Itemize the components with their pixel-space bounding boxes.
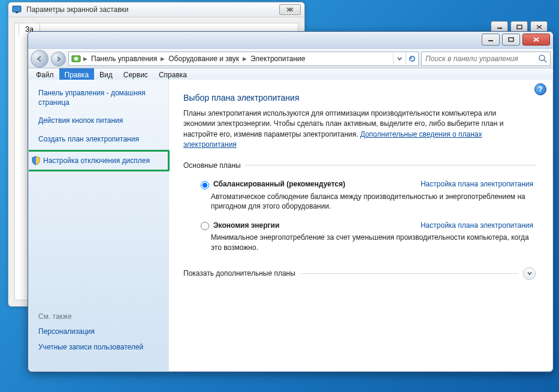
- address-dropdown-icon[interactable]: [393, 53, 406, 65]
- svg-rect-4: [13, 6, 21, 12]
- task-power-buttons[interactable]: Действия кнопок питания: [38, 116, 162, 125]
- link-user-accounts[interactable]: Учетные записи пользователей: [38, 342, 162, 352]
- plan-balanced: Сбалансированный (рекомендуется) Настрой…: [198, 179, 533, 212]
- search-box[interactable]: [421, 52, 551, 66]
- task-home[interactable]: Панель управления - домашняя страница: [38, 88, 162, 107]
- plan-balanced-label[interactable]: Сбалансированный (рекомендуется): [213, 180, 345, 188]
- search-icon: [538, 54, 548, 64]
- screensaver-close-button[interactable]: [279, 4, 301, 15]
- address-bar[interactable]: ▶ Панель управления ▶ Оборудование и зву…: [68, 52, 419, 66]
- breadcrumb-1[interactable]: Оборудование и звук: [165, 55, 243, 63]
- side-panel: Панель управления - домашняя страница Де…: [29, 80, 169, 371]
- control-panel-icon: [71, 54, 81, 64]
- plan-saver-radio[interactable]: [201, 222, 209, 230]
- main-titlebar[interactable]: [28, 32, 553, 49]
- breadcrumb-0[interactable]: Панель управления: [87, 55, 161, 63]
- plan-saver: Экономия энергии Настройка плана электро…: [198, 220, 533, 253]
- intro-text: Планы электропитания используются для оп…: [183, 108, 525, 150]
- plans-group: Основные планы Сбалансированный (рекомен…: [183, 161, 536, 261]
- task-display-off-label: Настройка отключения дисплея: [43, 156, 150, 165]
- svg-point-15: [74, 57, 78, 61]
- plan-balanced-desc: Автоматическое соблюдение баланса между …: [211, 192, 533, 212]
- divider: [300, 273, 518, 274]
- breadcrumb-sep-icon[interactable]: ▶: [161, 56, 165, 62]
- link-personalization[interactable]: Персонализация: [38, 327, 162, 336]
- svg-line-17: [544, 60, 546, 62]
- extra-plans-label: Показать дополнительные планы: [183, 269, 300, 278]
- expand-button[interactable]: [523, 267, 536, 280]
- breadcrumb-sep-icon[interactable]: ▶: [83, 56, 87, 62]
- close-button[interactable]: [522, 34, 550, 46]
- search-input[interactable]: [424, 54, 538, 64]
- task-display-off[interactable]: Настройка отключения дисплея: [30, 152, 167, 169]
- plan-balanced-radio[interactable]: [201, 181, 209, 189]
- nav-back-button[interactable]: [31, 50, 49, 68]
- power-options-window: ▶ Панель управления ▶ Оборудование и зву…: [28, 31, 554, 372]
- minimize-button[interactable]: [482, 34, 500, 46]
- screensaver-title: Параметры экранной заставки: [24, 5, 279, 14]
- chevron-down-icon: [527, 270, 533, 276]
- svg-rect-1: [517, 25, 522, 29]
- breadcrumb-sep-icon[interactable]: ▶: [243, 56, 247, 62]
- help-icon[interactable]: ?: [534, 83, 546, 95]
- nav-row: ▶ Панель управления ▶ Оборудование и зву…: [28, 49, 553, 68]
- task-create-plan[interactable]: Создать план электропитания: [38, 134, 162, 144]
- plan-saver-config-link[interactable]: Настройка плана электропитания: [421, 221, 533, 230]
- plans-group-label: Основные планы: [183, 161, 244, 170]
- refresh-button[interactable]: [406, 53, 418, 65]
- svg-rect-11: [509, 38, 513, 41]
- nav-forward-button[interactable]: [51, 52, 66, 67]
- shield-icon: [31, 156, 41, 165]
- breadcrumb-2[interactable]: Электропитание: [247, 55, 309, 63]
- see-also-label: См. также: [38, 312, 162, 321]
- maximize-button[interactable]: [502, 34, 520, 46]
- screensaver-titlebar[interactable]: Параметры экранной заставки: [8, 2, 304, 17]
- plan-balanced-config-link[interactable]: Настройка плана электропитания: [421, 180, 533, 188]
- main-panel: ? Выбор плана электропитания Планы элект…: [169, 80, 552, 371]
- svg-point-16: [539, 55, 545, 61]
- svg-rect-5: [16, 12, 18, 13]
- plan-saver-label[interactable]: Экономия энергии: [213, 221, 279, 230]
- page-heading: Выбор плана электропитания: [183, 93, 536, 102]
- screensaver-icon: [12, 5, 22, 14]
- extra-plans-row: Показать дополнительные планы: [183, 267, 536, 280]
- plan-saver-desc: Минимальное энергопотребление за счет ум…: [211, 233, 533, 253]
